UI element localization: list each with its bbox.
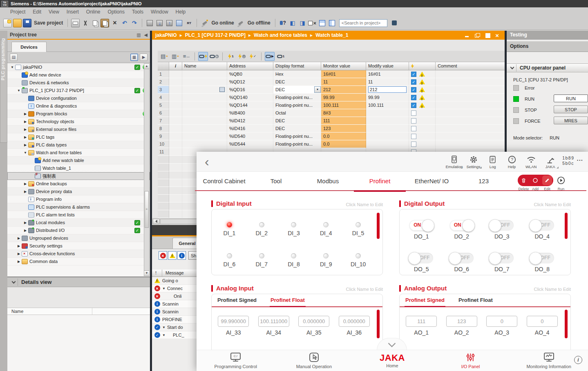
print-icon[interactable] [71,19,80,27]
modify-trigger-cell[interactable] [409,70,436,78]
modify-value-input[interactable]: 212 [368,86,407,93]
column-header-format[interactable]: Display format [273,62,321,70]
search-input[interactable] [339,19,387,27]
display-format-cell[interactable]: Floating-point nu... [273,133,321,140]
do-scrollbar[interactable] [565,213,568,239]
watch-table-row[interactable]: 6%IB400Octal8#3 [158,109,505,117]
comment-cell[interactable] [436,109,506,117]
watch-table-row[interactable]: 8%ID416DEC123 [158,125,505,133]
filter-warnings-button[interactable] [168,251,177,260]
paste-icon[interactable] [101,19,109,27]
watch-table-row[interactable]: 9%ID540Floating-point nu...0.0 [158,133,505,140]
channel-label[interactable]: DO_7 [494,266,510,272]
do-toggle-off[interactable]: OFF [530,253,554,263]
modify-to-1-icon[interactable]: 1 [226,52,236,61]
collapse-icon[interactable] [16,89,21,92]
close-icon[interactable]: × [495,33,499,38]
tab-profinet-signed[interactable]: Profinet Signed [217,297,257,306]
modify-value-cell[interactable] [366,117,409,125]
do-toggle-on[interactable]: ON [450,220,474,231]
cut-icon[interactable] [81,19,89,27]
open-project-icon[interactable] [13,19,22,27]
analog-value-box[interactable]: 99.990000 [218,316,249,327]
menu-item-view[interactable]: View [45,8,63,16]
cross-references-icon[interactable] [308,19,317,27]
undo-icon[interactable] [120,19,129,27]
stop-cpu-icon[interactable] [185,19,193,27]
analog-value-box[interactable]: 0 [486,316,517,327]
channel-label[interactable]: DO_3 [494,233,510,240]
tree-item-devices-networks[interactable]: Devices & networks [7,79,150,87]
menu-item-help[interactable]: Help [172,8,190,16]
channel-label[interactable]: AI_33 [226,329,241,336]
watch-table-row[interactable]: 1%QB0Hex16#0116#01 [158,70,505,78]
nav-i-o-panel[interactable]: I/O Panel [431,350,510,371]
tree-item-plc-tags[interactable]: PLC tags [7,133,150,141]
maximize-icon[interactable] [485,33,490,38]
scroll-up-icon[interactable]: ▲ [144,64,149,69]
modify-trigger-cell[interactable] [409,109,436,117]
tree-item-security-settings[interactable]: Security settings [7,242,150,250]
minimize-icon[interactable] [465,33,470,38]
tree-item-online-backups[interactable]: Online backups [7,180,150,188]
modify-trigger-cell[interactable] [409,101,436,109]
tab-profinet-float[interactable]: Profinet Float [458,297,494,306]
collapse-icon[interactable]: ▼ [162,333,167,337]
header-wlan-button[interactable]: WLAN [521,153,541,169]
tab-control-cabinet[interactable]: Control Cabinet [198,172,250,191]
tree-item-program-info[interactable]: Program info [7,196,150,203]
monitor-all-icon[interactable] [198,52,208,61]
channel-label[interactable]: DI_3 [288,230,300,236]
details-name-column-header[interactable]: Name [7,308,150,315]
menu-item-window[interactable]: Window [147,8,172,16]
tab-modbus[interactable]: Modbus [302,172,354,191]
save-project-icon[interactable] [23,19,31,27]
expand-icon[interactable] [23,190,28,193]
ai-scrollbar[interactable] [377,310,380,338]
address-cell[interactable]: %QD144 [227,101,273,109]
analog-value-box[interactable]: 111 [406,316,437,327]
do-toggle-off[interactable]: OFF [530,220,554,231]
tree-open-editor-icon[interactable]: ▶ [140,54,148,61]
comment-cell[interactable] [436,70,506,78]
split-editor-vertical-icon[interactable] [328,19,336,27]
tree-item-watch-and-force-tables[interactable]: Watch and force tables [7,149,150,157]
expand-icon[interactable] [23,112,28,116]
menu-item-tools[interactable]: Tools [128,8,147,16]
display-format-cell[interactable]: DEC [273,117,321,125]
address-cell[interactable]: %QD16 [227,86,273,94]
channel-label[interactable]: AI_35 [306,329,322,336]
do-toggle-off[interactable]: OFF [409,253,433,263]
display-format-cell[interactable]: Hex [273,70,321,78]
tree-item-add-new-watch-table[interactable]: Add new watch table [7,157,150,164]
display-format-cell[interactable]: Floating-point nu... [273,101,321,109]
go-online-label[interactable]: Go online [211,20,234,26]
channel-label[interactable]: AO_4 [535,329,550,336]
modify-checkbox[interactable] [411,87,416,92]
go-online-icon[interactable] [200,19,209,27]
tab-profinet[interactable]: Profinet [354,172,406,191]
channel-label[interactable]: AI_36 [347,329,362,336]
download-to-device-icon[interactable] [155,19,164,27]
header-help-button[interactable]: ?Help [502,153,521,169]
address-cell[interactable]: %QD12 [227,78,273,86]
options-section[interactable]: Options [507,41,588,52]
tree-item-local-modules[interactable]: Local modules [7,219,150,227]
comment-cell[interactable] [436,117,506,125]
insert-row-icon[interactable]: ▤+ [159,52,169,61]
panel-divider[interactable] [150,31,152,371]
modify-trigger-cell[interactable] [409,133,436,140]
display-format-cell[interactable]: DEC [273,78,321,86]
menu-item-insert[interactable]: Insert [63,8,83,16]
run-button[interactable] [553,175,569,186]
header-log-button[interactable]: Log [483,153,502,169]
watch-table-row[interactable]: 10%ID544Floating-point nu...0.0 [158,140,505,148]
display-format-cell[interactable]: DEC [273,125,321,133]
modify-checkbox[interactable] [411,72,416,77]
modify-value-cell[interactable] [366,140,409,148]
address-cell[interactable]: %ID412 [227,117,273,125]
collapse-icon[interactable] [10,65,15,69]
expand-icon[interactable] [16,236,21,240]
cpu-run-button[interactable]: RUN [554,94,588,102]
modify-checkbox[interactable] [411,95,416,100]
